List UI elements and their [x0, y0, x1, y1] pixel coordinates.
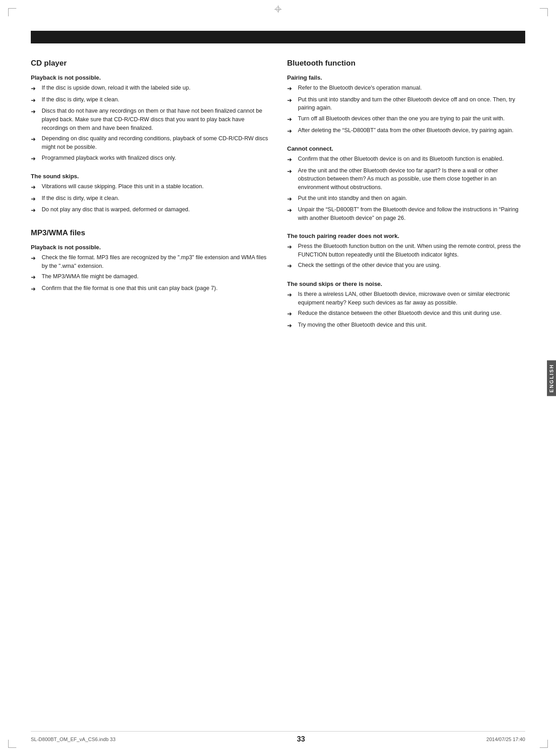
arrow-icon: ➜ — [31, 84, 40, 93]
arrow-icon: ➜ — [31, 107, 40, 116]
touch-pairing-label: The touch pairing reader does not work. — [287, 233, 525, 239]
list-item: ➜ Turn off all Bluetooth devices other t… — [287, 114, 525, 124]
arrow-icon: ➜ — [287, 167, 296, 176]
list-item-text: Unpair the “SL-D800BT” from the Bluetoot… — [298, 205, 525, 223]
bluetooth-title: Bluetooth function — [287, 59, 525, 68]
list-item-text: Put the unit into standby and then on ag… — [298, 194, 525, 203]
list-item-text: Confirm that the other Bluetooth device … — [298, 155, 525, 163]
list-item: ➜ Programmed playback works with finaliz… — [31, 154, 269, 163]
list-item-text: Reduce the distance between the other Bl… — [298, 309, 525, 318]
list-item-text: Confirm that the file format is one that… — [42, 284, 269, 293]
cd-playback-label: Playback is not possible. — [31, 74, 269, 81]
list-item-text: Vibrations will cause skipping. Place th… — [42, 182, 269, 191]
pairing-fails-label: Pairing fails. — [287, 74, 525, 81]
list-item: ➜ Do not play any disc that is warped, d… — [31, 205, 269, 215]
list-item: ➜ If the disc is dirty, wipe it clean. — [31, 95, 269, 105]
arrow-icon: ➜ — [287, 195, 296, 204]
list-item: ➜ After deleting the “SL-D800BT” data fr… — [287, 126, 525, 136]
list-item-text: Refer to the Bluetooth device's operatio… — [298, 84, 525, 92]
list-item: ➜ Unpair the “SL-D800BT” from the Blueto… — [287, 205, 525, 223]
list-item-text: Depending on disc quality and recording … — [42, 134, 269, 152]
arrow-icon: ➜ — [31, 183, 40, 192]
page-footer: SL-D800BT_OM_EF_vA_CS6.indb 33 33 2014/0… — [31, 731, 525, 743]
list-item-text: If the disc is upside down, reload it wi… — [42, 84, 269, 92]
arrow-icon: ➜ — [31, 96, 40, 105]
list-item-text: Are the unit and the other Bluetooth dev… — [298, 166, 525, 192]
mp3-wma-title: MP3/WMA files — [31, 228, 269, 238]
list-item: ➜ Confirm that the other Bluetooth devic… — [287, 155, 525, 164]
list-item-text: Turn off all Bluetooth devices other tha… — [298, 114, 525, 123]
list-item-text: After deleting the “SL-D800BT” data from… — [298, 126, 525, 135]
cd-player-title: CD player — [31, 59, 269, 68]
sound-skips-noise-label: The sound skips or there is noise. — [287, 281, 525, 287]
arrow-icon: ➜ — [287, 115, 296, 124]
list-item-text: The MP3/WMA file might be damaged. — [42, 272, 269, 281]
list-item-text: Try moving the other Bluetooth device an… — [298, 321, 525, 329]
cd-sound-skips-list: ➜ Vibrations will cause skipping. Place … — [31, 182, 269, 215]
arrow-icon: ➜ — [287, 84, 296, 93]
list-item-text: Do not play any disc that is warped, def… — [42, 205, 269, 214]
list-item: ➜ Reduce the distance between the other … — [287, 309, 525, 319]
footer-date: 2014/07/25 17:40 — [486, 737, 525, 742]
cannot-connect-list: ➜ Confirm that the other Bluetooth devic… — [287, 155, 525, 223]
bluetooth-section: Bluetooth function Pairing fails. ➜ Refe… — [287, 59, 525, 330]
corner-mark-bl — [8, 740, 16, 748]
list-item: ➜ Refer to the Bluetooth device's operat… — [287, 84, 525, 93]
arrow-icon: ➜ — [31, 135, 40, 144]
list-item: ➜ Put this unit into standby and turn th… — [287, 95, 525, 113]
list-item-text: Press the Bluetooth function button on t… — [298, 242, 525, 259]
list-item: ➜ Depending on disc quality and recordin… — [31, 134, 269, 152]
list-item-text: Check the file format. MP3 files are rec… — [42, 253, 269, 271]
list-item-text: If the disc is dirty, wipe it clean. — [42, 194, 269, 203]
footer-filename: SL-D800BT_OM_EF_vA_CS6.indb 33 — [31, 737, 115, 742]
arrow-icon: ➜ — [31, 273, 40, 282]
left-column: CD player Playback is not possible. ➜ If… — [31, 54, 269, 729]
arrow-icon: ➜ — [287, 321, 296, 330]
arrow-icon: ➜ — [287, 262, 296, 271]
cd-sound-skips-label: The sound skips. — [31, 173, 269, 180]
page-number: 33 — [297, 735, 305, 743]
list-item-text: Put this unit into standby and turn the … — [298, 95, 525, 113]
cd-player-section: CD player Playback is not possible. ➜ If… — [31, 59, 269, 215]
sound-skips-noise-list: ➜ Is there a wireless LAN, other Bluetoo… — [287, 290, 525, 330]
arrow-icon: ➜ — [287, 242, 296, 252]
arrow-icon: ➜ — [287, 206, 296, 215]
arrow-icon: ➜ — [287, 290, 296, 300]
arrow-icon: ➜ — [31, 154, 40, 163]
main-content: CD player Playback is not possible. ➜ If… — [31, 54, 525, 729]
list-item-text: Is there a wireless LAN, other Bluetooth… — [298, 290, 525, 307]
list-item: ➜ Check the settings of the other device… — [287, 261, 525, 271]
list-item: ➜ Put the unit into standby and then on … — [287, 194, 525, 204]
arrow-icon: ➜ — [287, 155, 296, 164]
side-tab-english: ENGLISH — [547, 360, 556, 396]
list-item-text: If the disc is dirty, wipe it clean. — [42, 95, 269, 104]
arrow-icon: ➜ — [31, 206, 40, 215]
right-column: Bluetooth function Pairing fails. ➜ Refe… — [287, 54, 525, 729]
list-item: ➜ Discs that do not have any recordings … — [31, 107, 269, 132]
corner-mark-br — [540, 740, 548, 748]
list-item: ➜ Are the unit and the other Bluetooth d… — [287, 166, 525, 192]
mp3-playback-label: Playback is not possible. — [31, 244, 269, 251]
arrow-icon: ➜ — [31, 195, 40, 204]
list-item: ➜ Try moving the other Bluetooth device … — [287, 321, 525, 330]
cd-playback-list: ➜ If the disc is upside down, reload it … — [31, 84, 269, 163]
list-item-text: Discs that do not have any recordings on… — [42, 107, 269, 132]
list-item: ➜ Check the file format. MP3 files are r… — [31, 253, 269, 271]
mp3-wma-section: MP3/WMA files Playback is not possible. … — [31, 228, 269, 294]
list-item: ➜ If the disc is dirty, wipe it clean. — [31, 194, 269, 204]
arrow-icon: ➜ — [287, 96, 296, 105]
cannot-connect-label: Cannot connect. — [287, 145, 525, 152]
arrow-icon: ➜ — [31, 254, 40, 263]
arrow-icon: ➜ — [287, 127, 296, 136]
list-item: ➜ Is there a wireless LAN, other Bluetoo… — [287, 290, 525, 307]
arrow-icon: ➜ — [31, 285, 40, 294]
touch-pairing-list: ➜ Press the Bluetooth function button on… — [287, 242, 525, 271]
header-bar — [31, 31, 525, 43]
corner-mark-tl — [8, 8, 16, 16]
corner-mark-tr — [540, 8, 548, 16]
list-item: ➜ Press the Bluetooth function button on… — [287, 242, 525, 259]
list-item-text: Check the settings of the other device t… — [298, 261, 525, 270]
list-item: ➜ Confirm that the file format is one th… — [31, 284, 269, 294]
arrow-icon: ➜ — [287, 309, 296, 319]
pairing-fails-list: ➜ Refer to the Bluetooth device's operat… — [287, 84, 525, 135]
